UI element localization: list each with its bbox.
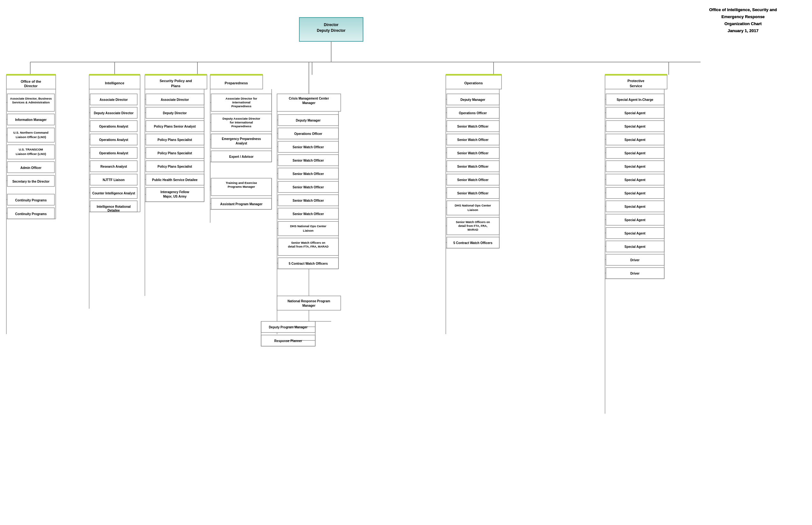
- svg-text:Senior Watch Officers on: Senior Watch Officers on: [291, 241, 325, 244]
- svg-text:Services & Administration: Services & Administration: [12, 101, 50, 104]
- title-block: Office of Intelligence, Security and Eme…: [709, 6, 777, 34]
- svg-text:U.S. Northern Command: U.S. Northern Command: [13, 131, 49, 134]
- svg-text:Assistant Program Manager: Assistant Program Manager: [220, 202, 263, 206]
- svg-text:Senior Watch Officer: Senior Watch Officer: [457, 165, 489, 168]
- svg-text:International: International: [232, 101, 250, 104]
- svg-text:Operations: Operations: [464, 81, 483, 85]
- svg-text:Special Agent: Special Agent: [624, 151, 646, 155]
- svg-text:National Response Program: National Response Program: [288, 299, 330, 303]
- svg-text:Special Agent: Special Agent: [624, 165, 646, 168]
- svg-text:Major, US Army: Major, US Army: [163, 195, 187, 198]
- svg-text:detail from FTA, FRA,: detail from FTA, FRA,: [458, 224, 487, 227]
- svg-text:Training and Exercise: Training and Exercise: [226, 181, 257, 184]
- svg-text:Interagency Fellow: Interagency Fellow: [160, 190, 189, 194]
- svg-text:Operations Officer: Operations Officer: [294, 132, 322, 136]
- svg-text:MARAD: MARAD: [467, 228, 478, 231]
- svg-text:Policy Plans Specialist: Policy Plans Specialist: [158, 138, 192, 141]
- svg-text:Deputy Associate Director: Deputy Associate Director: [94, 111, 134, 115]
- svg-text:Policy Plans Specialist: Policy Plans Specialist: [158, 165, 192, 168]
- svg-text:Special Agent: Special Agent: [624, 138, 646, 141]
- svg-text:Special Agent: Special Agent: [624, 125, 646, 128]
- svg-text:Operations Analyst: Operations Analyst: [99, 151, 128, 155]
- svg-text:for International: for International: [230, 121, 253, 124]
- svg-text:Special Agent: Special Agent: [624, 205, 646, 208]
- svg-text:Continuity Programs: Continuity Programs: [15, 198, 47, 202]
- svg-text:Liaison Officer (LNO): Liaison Officer (LNO): [16, 152, 46, 155]
- svg-text:Special Agent: Special Agent: [624, 111, 646, 115]
- svg-text:Office of the: Office of the: [21, 79, 41, 84]
- svg-rect-193: [277, 296, 341, 310]
- svg-text:Deputy Manager: Deputy Manager: [461, 98, 485, 102]
- svg-text:Secretary to the Director: Secretary to the Director: [12, 180, 50, 183]
- svg-text:Associate Director: Associate Director: [161, 98, 189, 102]
- svg-text:Manager: Manager: [302, 304, 315, 308]
- svg-text:5 Contract Watch Officers: 5 Contract Watch Officers: [453, 241, 493, 245]
- svg-text:Senior Watch Officer: Senior Watch Officer: [457, 138, 489, 141]
- svg-text:U.S. TRANSCOM: U.S. TRANSCOM: [19, 148, 43, 151]
- svg-text:Driver: Driver: [630, 258, 640, 262]
- svg-text:Senior Watch Officers on: Senior Watch Officers on: [456, 221, 490, 224]
- svg-text:Liaison: Liaison: [303, 229, 313, 232]
- svg-text:Special Agent: Special Agent: [624, 178, 646, 182]
- svg-text:Senior Watch Officer: Senior Watch Officer: [293, 199, 324, 202]
- svg-text:Research Analyst: Research Analyst: [100, 165, 127, 168]
- title-line3: Organization Chart: [724, 21, 762, 26]
- svg-text:Liaison Officer (LNO): Liaison Officer (LNO): [16, 135, 46, 139]
- title-line1: Office of Intelligence, Security and: [709, 7, 777, 12]
- svg-text:Special Agent In-Charge: Special Agent In-Charge: [617, 98, 653, 102]
- svg-text:Crisis Management Center: Crisis Management Center: [289, 97, 329, 100]
- svg-text:Policy Plans Specialist: Policy Plans Specialist: [158, 151, 192, 155]
- director-label: Director: [324, 22, 338, 27]
- title-line2: Emergency Response: [722, 14, 765, 19]
- svg-text:Admin Officer: Admin Officer: [20, 166, 41, 169]
- svg-text:Policy Plans Senior Analyst: Policy Plans Senior Analyst: [154, 125, 196, 128]
- svg-text:Response Planner: Response Planner: [274, 339, 302, 343]
- svg-text:DHS National Ops Center: DHS National Ops Center: [290, 224, 327, 228]
- svg-text:Security Policy and: Security Policy and: [160, 79, 192, 83]
- svg-text:Senior Watch Officer: Senior Watch Officer: [293, 172, 324, 176]
- svg-text:Associate Director, Business: Associate Director, Business: [10, 97, 52, 100]
- svg-text:Continuity Programs: Continuity Programs: [15, 212, 47, 216]
- svg-text:Preparedness: Preparedness: [225, 81, 248, 85]
- svg-text:DHS National Ops Center: DHS National Ops Center: [455, 204, 491, 207]
- svg-text:Special Agent: Special Agent: [624, 245, 646, 249]
- svg-text:Expert / Advisor: Expert / Advisor: [229, 155, 253, 159]
- svg-text:detail from FTA, FRA, MARAD: detail from FTA, FRA, MARAD: [288, 245, 329, 248]
- svg-text:Plans: Plans: [171, 84, 180, 88]
- svg-text:Senior Watch Officer: Senior Watch Officer: [293, 159, 324, 162]
- svg-text:Driver: Driver: [630, 272, 640, 275]
- svg-text:Director: Director: [24, 84, 38, 88]
- svg-text:Preparedness: Preparedness: [232, 124, 251, 128]
- svg-text:Protective: Protective: [627, 79, 644, 83]
- deputy-director-label: Deputy Director: [317, 28, 346, 33]
- svg-text:Associate Director for: Associate Director for: [226, 97, 257, 100]
- svg-text:NJTTF Liaison: NJTTF Liaison: [103, 178, 125, 182]
- svg-text:Intelligence Rotational: Intelligence Rotational: [97, 205, 131, 208]
- svg-text:Analyst: Analyst: [236, 141, 247, 145]
- svg-text:Senior Watch Officer: Senior Watch Officer: [293, 212, 324, 216]
- svg-text:Counter Intelligence Analyst: Counter Intelligence Analyst: [92, 192, 135, 195]
- svg-text:Deputy Manager: Deputy Manager: [296, 119, 321, 122]
- svg-text:Operations Analyst: Operations Analyst: [99, 125, 128, 128]
- svg-text:Deputy Program Manager: Deputy Program Manager: [269, 326, 308, 329]
- svg-text:Associate Director: Associate Director: [100, 98, 128, 102]
- svg-text:Information Manager: Information Manager: [15, 118, 47, 122]
- svg-text:Intelligence: Intelligence: [105, 81, 125, 85]
- svg-text:Senior Watch Officer: Senior Watch Officer: [293, 185, 324, 189]
- svg-text:Public Health Service Detailee: Public Health Service Detailee: [152, 178, 198, 182]
- svg-text:Special Agent: Special Agent: [624, 192, 646, 195]
- svg-text:Special Agent: Special Agent: [624, 218, 646, 222]
- svg-text:Special Agent: Special Agent: [624, 231, 646, 235]
- svg-text:5 Contract Watch Officers: 5 Contract Watch Officers: [289, 262, 328, 265]
- svg-text:Programs Manager: Programs Manager: [228, 185, 255, 189]
- svg-text:Emergency Preparedness: Emergency Preparedness: [222, 137, 261, 141]
- svg-text:Preparedness: Preparedness: [232, 104, 251, 108]
- title-line4: January 1, 2017: [728, 28, 758, 33]
- svg-text:Liaison: Liaison: [467, 208, 478, 212]
- org-chart-svg: Director Deputy Director Office of the D…: [0, 0, 790, 503]
- svg-text:Operations Officer: Operations Officer: [459, 111, 487, 115]
- svg-text:Senior Watch Officer: Senior Watch Officer: [457, 125, 489, 128]
- svg-text:Senior Watch Officer: Senior Watch Officer: [457, 192, 489, 195]
- svg-rect-133: [211, 134, 272, 148]
- svg-text:Deputy Associate Director: Deputy Associate Director: [222, 117, 260, 120]
